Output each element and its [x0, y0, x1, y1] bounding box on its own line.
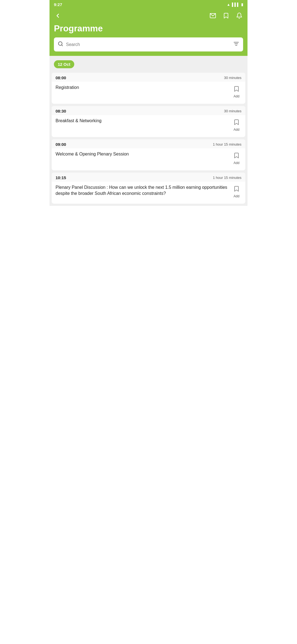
filter-icon[interactable]	[233, 41, 239, 48]
session-duration-2: 30 minutes	[224, 109, 241, 113]
status-bar: 9:27 ▲ ▌▌▌ ▮	[50, 0, 248, 9]
bottom-spacer	[50, 204, 248, 206]
search-input[interactable]	[66, 42, 230, 47]
session-title-3: Welcome & Opening Plenary Session	[56, 151, 228, 157]
bookmark-icon-3	[233, 152, 240, 160]
header-top	[54, 12, 243, 20]
page-title: Programme	[54, 23, 243, 34]
session-add-button-3[interactable]: Add	[230, 151, 243, 166]
session-block-2: 08:30 30 minutes Breakfast & Networking …	[52, 106, 245, 137]
bookmark-icon-4	[233, 185, 240, 194]
session-time-4: 10:15	[56, 175, 66, 180]
search-bar	[54, 37, 243, 51]
session-duration-3: 1 hour 15 minutes	[213, 142, 241, 146]
session-block-3: 09:00 1 hour 15 minutes Welcome & Openin…	[52, 139, 245, 170]
bookmarks-button[interactable]	[222, 12, 230, 20]
session-body-4: Plenary Panel Discussion : How can we un…	[52, 182, 245, 204]
header-icons	[209, 12, 243, 20]
session-time-3: 09:00	[56, 142, 66, 147]
notifications-button[interactable]	[235, 12, 243, 20]
session-body-3: Welcome & Opening Plenary Session Add	[52, 148, 245, 170]
session-block-1: 08:00 30 minutes Registration Add	[52, 73, 245, 104]
session-duration-1: 30 minutes	[224, 76, 241, 80]
date-badge: 12 Oct	[54, 60, 74, 68]
session-block-4: 10:15 1 hour 15 minutes Plenary Panel Di…	[52, 173, 245, 204]
email-button[interactable]	[209, 12, 217, 20]
bookmark-icon-2	[233, 119, 240, 127]
session-add-label-4: Add	[233, 194, 239, 198]
header: Programme	[50, 9, 248, 56]
battery-icon: ▮	[241, 2, 243, 7]
search-icon	[58, 41, 63, 48]
session-add-label-2: Add	[233, 128, 239, 132]
signal-icon: ▌▌▌	[232, 2, 240, 7]
session-time-2: 08:30	[56, 109, 66, 113]
session-time-row-4: 10:15 1 hour 15 minutes	[52, 173, 245, 182]
session-add-label-1: Add	[233, 94, 239, 98]
bookmark-icon-1	[233, 86, 240, 94]
session-body-1: Registration Add	[52, 82, 245, 104]
date-badge-wrap: 12 Oct	[50, 56, 248, 70]
session-time-row-3: 09:00 1 hour 15 minutes	[52, 139, 245, 148]
session-add-button-4[interactable]: Add	[230, 184, 243, 199]
content: 12 Oct 08:00 30 minutes Registration Add…	[50, 56, 248, 206]
session-add-label-3: Add	[233, 161, 239, 165]
svg-line-2	[62, 45, 63, 46]
session-title-4: Plenary Panel Discussion : How can we un…	[56, 184, 228, 197]
session-time-row-2: 08:30 30 minutes	[52, 106, 245, 115]
status-icons: ▲ ▌▌▌ ▮	[227, 2, 243, 7]
session-add-button-2[interactable]: Add	[230, 118, 243, 133]
back-button[interactable]	[54, 12, 62, 20]
session-title-1: Registration	[56, 84, 228, 91]
session-time-row-1: 08:00 30 minutes	[52, 73, 245, 82]
wifi-icon: ▲	[227, 2, 230, 7]
status-time: 9:27	[54, 2, 62, 7]
session-title-2: Breakfast & Networking	[56, 118, 228, 124]
session-time-1: 08:00	[56, 75, 66, 80]
session-body-2: Breakfast & Networking Add	[52, 115, 245, 137]
session-add-button-1[interactable]: Add	[230, 84, 243, 99]
session-duration-4: 1 hour 15 minutes	[213, 176, 241, 180]
